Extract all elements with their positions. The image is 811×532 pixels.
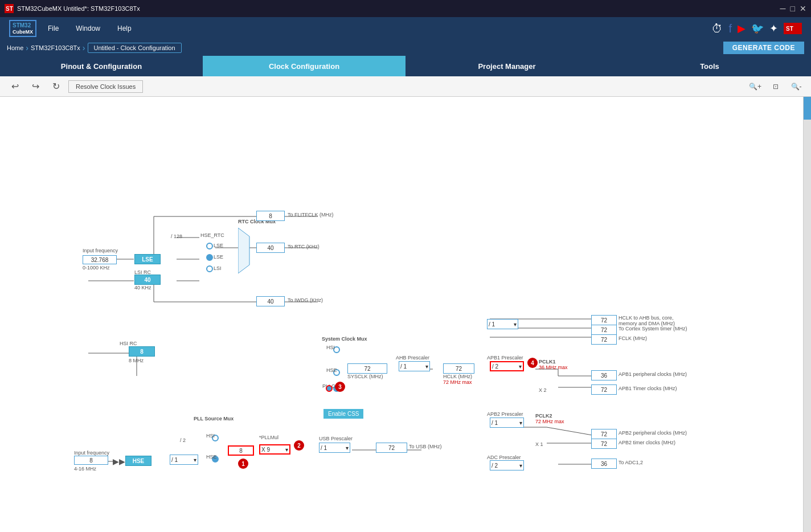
ahb-prescaler-select[interactable]: / 1 ▾ xyxy=(399,361,430,371)
usb-prescaler-select[interactable]: / 1 ▾ xyxy=(319,443,350,453)
usb-val: 72 xyxy=(376,443,407,453)
breadcrumbs: Home › STM32F103C8Tx › Untitled - Clock … xyxy=(7,43,182,53)
window-title: STM32CubeMX Untitled*: STM32F103C8Tx xyxy=(17,5,140,12)
pclk1-label: PCLK1 xyxy=(539,359,556,365)
apb1-periph-val: 36 xyxy=(591,370,617,380)
hse-pll-label: HSE xyxy=(206,454,217,460)
hse-input-val[interactable]: 8 xyxy=(74,456,108,465)
apb1-prescaler-label: APB1 Prescaler xyxy=(487,355,523,361)
pllclk-radio[interactable] xyxy=(326,385,333,392)
apb2-timer-label: APB2 timer clocks (MHz) xyxy=(619,440,675,445)
svg-text:ST: ST xyxy=(6,6,13,12)
svg-line-39 xyxy=(547,427,592,435)
rtc-mux-radio-hse[interactable] xyxy=(206,243,213,249)
usb-prescaler-label: USB Prescaler xyxy=(319,436,353,441)
adc-prescaler-select[interactable]: / 2 ▾ xyxy=(490,460,524,470)
zoom-out-button[interactable]: 🔍- xyxy=(788,79,804,95)
hsi-rc-label: HSI RC xyxy=(120,341,137,346)
pllmul-select[interactable]: X 9 ▾ xyxy=(259,444,290,455)
clock-canvas: Input frequency 32.768 0-1000 KHz LSE LS… xyxy=(0,97,803,532)
input-freq-value[interactable]: 32.768 xyxy=(83,255,117,264)
hse-input-freq-label: Input frequency xyxy=(74,450,109,456)
circle-2: 2 xyxy=(294,440,304,451)
close-button[interactable]: ✕ xyxy=(800,4,806,13)
redo-button[interactable]: ↪ xyxy=(27,79,43,95)
flitfclk-val: 8 xyxy=(256,211,285,221)
hclk-val: 72 xyxy=(443,363,474,374)
hsi-pll-label: HSI xyxy=(206,433,215,439)
menu-window[interactable]: Window xyxy=(76,24,100,32)
rtc-khz-label: To RTC (KHz) xyxy=(288,244,320,249)
x1-apb2-label: X 1 xyxy=(535,441,543,447)
pclk1-max-label: 36 MHz max xyxy=(539,365,568,370)
fclk-label: FCLK (MHz) xyxy=(619,335,647,341)
circle-1: 1 xyxy=(238,459,248,469)
circle-3: 3 xyxy=(335,382,345,392)
menu-help[interactable]: Help xyxy=(117,24,132,32)
st-logo: ST xyxy=(784,23,802,34)
adc-label: To ADC1,2 xyxy=(619,460,643,465)
iwdg-label: To IWDG (KHz) xyxy=(288,297,323,303)
circle-4: 4 xyxy=(527,358,538,368)
sysclk-val[interactable]: 72 xyxy=(347,363,387,374)
hse-box[interactable]: HSE xyxy=(125,456,151,466)
scrollbar-thumb[interactable] xyxy=(804,97,811,120)
refresh-button[interactable]: ↻ xyxy=(48,79,64,95)
tab-clock[interactable]: Clock Configuration xyxy=(203,56,406,76)
cortex-div-select[interactable]: / 1 ▾ xyxy=(487,319,518,329)
breadcrumb-active[interactable]: Untitled - Clock Configuration xyxy=(88,43,182,53)
apb2-timer-val: 72 xyxy=(591,439,617,449)
hse-range-label: 4-16 MHz xyxy=(74,466,96,472)
apb2-prescaler-label: APB2 Prescaler xyxy=(487,411,523,417)
rtc-mux-radio-lse[interactable] xyxy=(206,254,213,261)
adc-val: 36 xyxy=(591,459,617,469)
svg-text:ST: ST xyxy=(786,26,793,32)
apb1-timer-label: APB1 Timer clocks (MHz) xyxy=(619,386,677,391)
apb1-periph-label: APB1 peripheral clocks (MHz) xyxy=(619,371,687,377)
cortex-label: To Cortex System timer (MHz) xyxy=(619,326,687,332)
apb2-prescaler-select[interactable]: / 1 ▾ xyxy=(490,418,524,428)
menu-file[interactable]: File xyxy=(48,24,59,32)
scrollbar[interactable] xyxy=(803,97,811,532)
input-freq-range: 0-1000 KHz xyxy=(83,265,110,271)
pll-source-mux-label: PLL Source Mux xyxy=(194,416,234,421)
icon-twitter[interactable]: 🐦 xyxy=(751,22,764,35)
hsi-val-box: 8 xyxy=(129,346,155,357)
rtc-mux-radio-lsi[interactable] xyxy=(206,265,213,272)
social-icons: ⏱ f ▶ 🐦 ✦ ST xyxy=(711,22,802,35)
rtc-mux-shape xyxy=(238,228,255,273)
undo-button[interactable]: ↩ xyxy=(7,79,23,95)
hsi-sys-label: HSI xyxy=(326,345,335,350)
app-icon: ST xyxy=(5,4,14,13)
rtc-out-val: 40 xyxy=(256,243,285,253)
div2-pll-label: / 2 xyxy=(180,437,186,443)
clock-lines-svg xyxy=(0,97,803,532)
lsi-value-box: 40 xyxy=(134,275,161,285)
x2-apb1-label: X 2 xyxy=(539,387,547,393)
zoom-in-button[interactable]: 🔍+ xyxy=(747,79,763,95)
fit-button[interactable]: ⊡ xyxy=(768,79,784,95)
hse-div-select[interactable]: / 1 ▾ xyxy=(170,455,198,465)
pll-in-val[interactable]: 8 xyxy=(228,445,254,456)
fclk-val: 72 xyxy=(591,334,617,345)
minimize-button[interactable]: ─ xyxy=(780,4,786,13)
hsi-mhz-label: 8 MHz xyxy=(129,358,144,363)
tab-pinout[interactable]: Pinout & Configuration xyxy=(0,56,203,76)
icon-facebook[interactable]: f xyxy=(728,22,732,35)
maximize-button[interactable]: □ xyxy=(790,4,795,13)
apb1-prescaler-select[interactable]: / 2 ▾ xyxy=(490,361,524,371)
lse-box[interactable]: LSE xyxy=(134,254,161,264)
icon-network[interactable]: ✦ xyxy=(769,22,778,35)
enable-css-button[interactable]: Enable CSS xyxy=(323,409,363,419)
lsi-label: LSI xyxy=(214,265,222,271)
breadcrumb-home[interactable]: Home xyxy=(7,44,23,51)
generate-code-button[interactable]: GENERATE CODE xyxy=(723,42,804,54)
icon-youtube[interactable]: ▶ xyxy=(738,22,746,35)
tab-tools[interactable]: Tools xyxy=(608,56,811,76)
hclk-ahb-label: HCLK to AHB bus, core, xyxy=(619,315,674,321)
tab-project[interactable]: Project Manager xyxy=(406,56,608,76)
breadcrumb-chip[interactable]: STM32F103C8Tx xyxy=(31,44,80,51)
input-freq-label: Input frequency xyxy=(83,248,118,253)
resolve-clock-button[interactable]: Resolve Clock Issues xyxy=(68,80,143,93)
apb2-periph-val: 72 xyxy=(591,429,617,439)
